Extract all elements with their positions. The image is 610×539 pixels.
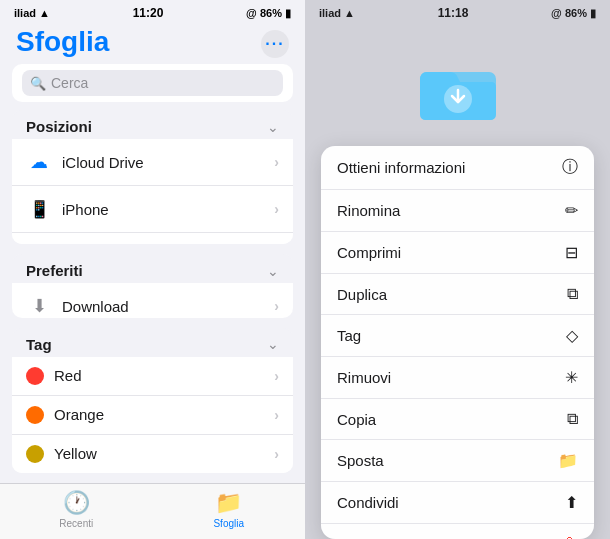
menu-copy[interactable]: Copia ⧉ bbox=[321, 399, 594, 440]
posizioni-chevron[interactable]: ⌄ bbox=[267, 119, 279, 135]
icloud-item[interactable]: ☁ iCloud Drive › bbox=[12, 139, 293, 186]
iphone-chevron: › bbox=[274, 201, 279, 217]
iphone-label: iPhone bbox=[62, 201, 274, 218]
preferiti-group: ⬇ Download › bbox=[12, 283, 293, 318]
menu-tag[interactable]: Tag ◇ bbox=[321, 315, 594, 357]
delete-icon: 🗑 bbox=[562, 535, 578, 539]
tag-chevron[interactable]: ⌄ bbox=[267, 336, 279, 352]
download-item[interactable]: ⬇ Download › bbox=[12, 283, 293, 318]
tag-label: Tag bbox=[26, 336, 52, 353]
move-icon: 📁 bbox=[558, 451, 578, 470]
share-icon: ⬆ bbox=[565, 493, 578, 512]
folder-preview bbox=[305, 22, 610, 146]
battery-right: @ 86% ▮ bbox=[551, 7, 596, 20]
duplicate-label: Duplica bbox=[337, 286, 387, 303]
duplicate-icon: ⧉ bbox=[567, 285, 578, 303]
search-icon: 🔍 bbox=[30, 76, 46, 91]
menu-remove[interactable]: Rimuovi ✳ bbox=[321, 357, 594, 399]
remove-label: Rimuovi bbox=[337, 369, 391, 386]
yellow-dot bbox=[26, 445, 44, 463]
sfoglia-icon: 📁 bbox=[215, 490, 242, 516]
tag-section-header: Tag ⌄ bbox=[12, 328, 293, 357]
preferiti-chevron[interactable]: ⌄ bbox=[267, 263, 279, 279]
rename-icon: ✏ bbox=[565, 201, 578, 220]
context-menu: Ottieni informazioni ⓘ Rinomina ✏ Compri… bbox=[321, 146, 594, 539]
download-icon: ⬇ bbox=[26, 293, 52, 318]
more-button[interactable]: ··· bbox=[261, 30, 289, 58]
tab-recenti[interactable]: 🕐 Recenti bbox=[0, 490, 153, 529]
preferiti-section-header: Preferiti ⌄ bbox=[12, 254, 293, 283]
delete-label: Elimina bbox=[337, 536, 386, 540]
orange-dot bbox=[26, 406, 44, 424]
red-chevron: › bbox=[274, 368, 279, 384]
search-input-wrapper[interactable]: 🔍 Cerca bbox=[22, 70, 283, 96]
carrier-left: iliad ▲ bbox=[14, 7, 50, 19]
orange-chevron: › bbox=[274, 407, 279, 423]
eliminati-icon: 🗑 bbox=[26, 243, 52, 244]
tab-sfoglia[interactable]: 📁 Sfoglia bbox=[153, 490, 306, 529]
copy-label: Copia bbox=[337, 411, 376, 428]
remove-icon: ✳ bbox=[565, 368, 578, 387]
time-left: 11:20 bbox=[133, 6, 164, 20]
move-label: Sposta bbox=[337, 452, 384, 469]
page-title: Sfoglia bbox=[16, 26, 109, 58]
icloud-icon: ☁ bbox=[26, 149, 52, 175]
iphone-item[interactable]: 📱 iPhone › bbox=[12, 186, 293, 233]
preferiti-label: Preferiti bbox=[26, 262, 83, 279]
left-panel: iliad ▲ 11:20 @ 86% ▮ Sfoglia ··· 🔍 Cerc… bbox=[0, 0, 305, 539]
time-right: 11:18 bbox=[438, 6, 469, 20]
tag-icon: ◇ bbox=[566, 326, 578, 345]
battery-left: @ 86% ▮ bbox=[246, 7, 291, 20]
red-label: Red bbox=[54, 367, 274, 384]
compress-icon: ⊟ bbox=[565, 243, 578, 262]
info-label: Ottieni informazioni bbox=[337, 159, 465, 176]
icloud-chevron: › bbox=[274, 154, 279, 170]
menu-delete[interactable]: Elimina 🗑 bbox=[321, 524, 594, 539]
folder-large-icon bbox=[418, 52, 498, 126]
search-bar-container: 🔍 Cerca bbox=[12, 64, 293, 102]
menu-compress[interactable]: Comprimi ⊟ bbox=[321, 232, 594, 274]
iphone-icon: 📱 bbox=[26, 196, 52, 222]
carrier-right: iliad ▲ bbox=[319, 7, 355, 19]
info-icon: ⓘ bbox=[562, 157, 578, 178]
recenti-tab-label: Recenti bbox=[59, 518, 93, 529]
orange-label: Orange bbox=[54, 406, 274, 423]
yellow-tag-item[interactable]: Yellow › bbox=[12, 435, 293, 473]
posizioni-section-header: Posizioni ⌄ bbox=[12, 110, 293, 139]
copy-icon: ⧉ bbox=[567, 410, 578, 428]
download-chevron: › bbox=[274, 298, 279, 314]
status-bar-left: iliad ▲ 11:20 @ 86% ▮ bbox=[0, 0, 305, 22]
rename-label: Rinomina bbox=[337, 202, 400, 219]
menu-info[interactable]: Ottieni informazioni ⓘ bbox=[321, 146, 594, 190]
yellow-label: Yellow bbox=[54, 445, 274, 462]
red-dot bbox=[26, 367, 44, 385]
more-icon: ··· bbox=[265, 35, 284, 53]
menu-duplicate[interactable]: Duplica ⧉ bbox=[321, 274, 594, 315]
sfoglia-tab-label: Sfoglia bbox=[213, 518, 244, 529]
left-header: Sfoglia ··· bbox=[0, 22, 305, 64]
icloud-label: iCloud Drive bbox=[62, 154, 274, 171]
download-label: Download bbox=[62, 298, 274, 315]
posizioni-label: Posizioni bbox=[26, 118, 92, 135]
right-panel: iliad ▲ 11:18 @ 86% ▮ Ottieni informazio… bbox=[305, 0, 610, 539]
menu-rename[interactable]: Rinomina ✏ bbox=[321, 190, 594, 232]
menu-share[interactable]: Condividi ⬆ bbox=[321, 482, 594, 524]
orange-tag-item[interactable]: Orange › bbox=[12, 396, 293, 435]
red-tag-item[interactable]: Red › bbox=[12, 357, 293, 396]
eliminati-item[interactable]: 🗑 Eliminati di recente › bbox=[12, 233, 293, 244]
status-bar-right: iliad ▲ 11:18 @ 86% ▮ bbox=[305, 0, 610, 22]
menu-move[interactable]: Sposta 📁 bbox=[321, 440, 594, 482]
compress-label: Comprimi bbox=[337, 244, 401, 261]
yellow-chevron: › bbox=[274, 446, 279, 462]
posizioni-group: ☁ iCloud Drive › 📱 iPhone › 🗑 Eliminati … bbox=[12, 139, 293, 244]
search-placeholder-text: Cerca bbox=[51, 75, 88, 91]
tag-group: Red › Orange › Yellow › Green › bbox=[12, 357, 293, 473]
share-label: Condividi bbox=[337, 494, 399, 511]
recenti-icon: 🕐 bbox=[63, 490, 90, 516]
tab-bar: 🕐 Recenti 📁 Sfoglia bbox=[0, 483, 305, 539]
tag-label-menu: Tag bbox=[337, 327, 361, 344]
